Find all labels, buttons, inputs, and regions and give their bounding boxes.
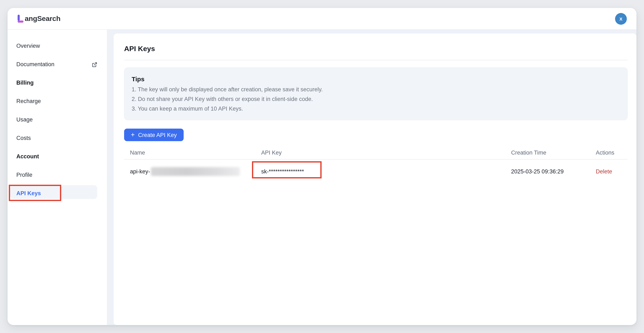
api-keys-table: Name API Key Creation Time Actions api-k… <box>124 146 628 183</box>
annotation-box-sidebar-api-keys <box>9 185 61 201</box>
title-divider <box>124 60 628 60</box>
sidebar-item-profile[interactable]: Profile <box>8 166 107 184</box>
annotation-box-api-key-cell <box>252 161 322 178</box>
api-key-name-prefix: api-key- <box>130 168 150 174</box>
sidebar-section-billing: Billing <box>8 74 107 92</box>
app-window: angSearch x Overview Documentation <box>0 0 644 333</box>
sidebar-item-overview[interactable]: Overview <box>8 37 107 55</box>
sidebar-item-documentation[interactable]: Documentation <box>8 55 107 74</box>
column-header-name: Name <box>124 150 261 156</box>
cell-actions: Delete <box>590 168 628 174</box>
column-header-api-key: API Key <box>261 150 511 156</box>
page-title: API Keys <box>124 41 628 53</box>
sidebar-item-recharge[interactable]: Recharge <box>8 92 107 111</box>
column-header-creation-time: Creation Time <box>511 150 590 156</box>
delete-link[interactable]: Delete <box>596 168 612 174</box>
tips-item: 1. The key will only be displayed once a… <box>132 85 620 94</box>
tips-title: Tips <box>132 75 620 83</box>
brand-text: angSearch <box>25 15 60 23</box>
top-bar: angSearch x <box>8 8 636 30</box>
brand-logo[interactable]: angSearch <box>17 15 60 23</box>
table-row: api-key- sk-**************** 2025-03-25 … <box>124 160 628 183</box>
external-link-icon <box>92 62 97 67</box>
plus-icon: + <box>131 131 135 138</box>
sidebar-section-account: Account <box>8 147 107 166</box>
create-api-key-label: Create API Key <box>138 132 177 138</box>
cell-name: api-key- <box>124 167 261 176</box>
brand-l-icon <box>17 15 24 23</box>
cell-creation-time: 2025-03-25 09:36:29 <box>511 168 590 174</box>
sidebar-item-usage[interactable]: Usage <box>8 111 107 129</box>
app-card: angSearch x Overview Documentation <box>8 8 636 325</box>
sidebar: Overview Documentation Billing <box>8 30 107 325</box>
tips-item: 3. You can keep a maximum of 10 API Keys… <box>132 104 620 113</box>
redacted-name-blur <box>151 167 240 176</box>
user-avatar[interactable]: x <box>615 13 627 24</box>
tips-box: Tips 1. The key will only be displayed o… <box>124 67 628 120</box>
tips-list: 1. The key will only be displayed once a… <box>132 85 620 113</box>
table-header-row: Name API Key Creation Time Actions <box>124 146 628 160</box>
main-panel: API Keys Tips 1. The key will only be di… <box>114 33 636 325</box>
sidebar-item-costs[interactable]: Costs <box>8 129 107 147</box>
tips-item: 2. Do not share your API Key with others… <box>132 94 620 104</box>
create-api-key-button[interactable]: + Create API Key <box>124 129 184 141</box>
column-header-actions: Actions <box>590 150 628 156</box>
card-body: Overview Documentation Billing <box>8 30 636 325</box>
